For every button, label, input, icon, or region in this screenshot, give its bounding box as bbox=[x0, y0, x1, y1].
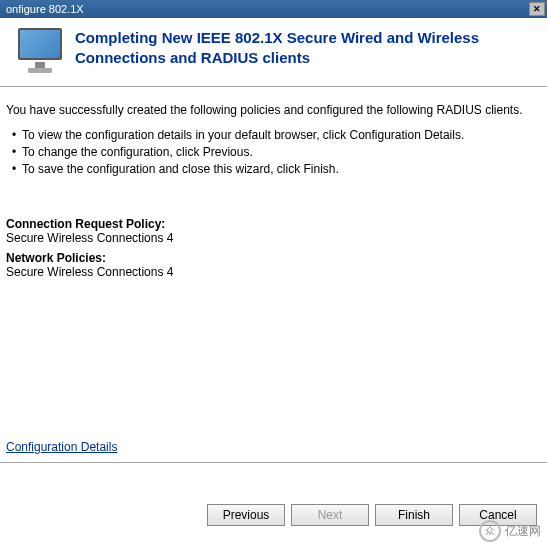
watermark-text: 亿速网 bbox=[505, 523, 541, 540]
previous-button[interactable]: Previous bbox=[207, 504, 285, 526]
list-item: To view the configuration details in you… bbox=[12, 127, 541, 144]
page-title: Completing New IEEE 802.1X Secure Wired … bbox=[75, 28, 537, 78]
instruction-list: To view the configuration details in you… bbox=[12, 127, 541, 177]
close-button[interactable]: ✕ bbox=[529, 2, 545, 16]
intro-text: You have successfully created the follow… bbox=[6, 103, 541, 117]
titlebar: onfigure 802.1X ✕ bbox=[0, 0, 547, 18]
configuration-details-link[interactable]: Configuration Details bbox=[6, 440, 117, 454]
divider bbox=[0, 462, 547, 463]
list-item: To change the configuration, click Previ… bbox=[12, 144, 541, 161]
network-policies-label: Network Policies: bbox=[6, 251, 541, 265]
next-button: Next bbox=[291, 504, 369, 526]
watermark: 众 亿速网 bbox=[479, 520, 541, 542]
close-icon: ✕ bbox=[533, 4, 541, 14]
connection-request-policy-label: Connection Request Policy: bbox=[6, 217, 541, 231]
network-policies-value: Secure Wireless Connections 4 bbox=[6, 265, 541, 279]
watermark-icon: 众 bbox=[479, 520, 501, 542]
computer-icon bbox=[10, 28, 65, 78]
wizard-body: You have successfully created the follow… bbox=[0, 87, 547, 291]
wizard-header: Completing New IEEE 802.1X Secure Wired … bbox=[0, 18, 547, 87]
connection-request-policy-value: Secure Wireless Connections 4 bbox=[6, 231, 541, 245]
window-title: onfigure 802.1X bbox=[6, 3, 84, 15]
list-item: To save the configuration and close this… bbox=[12, 161, 541, 178]
finish-button[interactable]: Finish bbox=[375, 504, 453, 526]
